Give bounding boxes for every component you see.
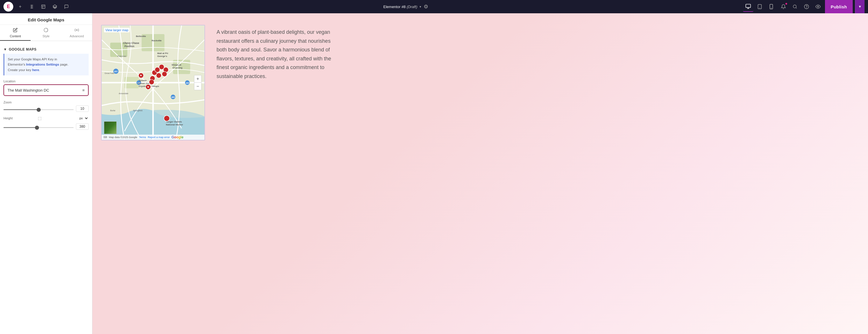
svg-line-18 [796,7,797,8]
view-mode-group [743,1,776,12]
publish-dropdown-button[interactable]: ▼ [855,0,865,13]
tab-style[interactable]: Style [31,25,61,41]
map-report-link[interactable]: Report a map error [148,136,170,139]
sidebar-content: ▼ Google Maps Set your Google Maps API K… [0,41,92,133]
svg-point-60 [156,73,161,78]
svg-point-65 [162,71,167,77]
advanced-tab-label: Advanced [70,34,84,38]
chat-button[interactable] [62,2,71,11]
svg-text:Beltsville: Beltsville [136,35,146,37]
zoom-value-input[interactable] [76,105,89,112]
templates-button[interactable] [39,2,48,11]
api-key-info-box: Set your Google Maps API Key inElementor… [3,54,89,75]
preview-button[interactable] [813,2,823,11]
svg-text:Tanger OutletsNational Harbor: Tanger OutletsNational Harbor [166,120,183,126]
svg-text:⚑: ⚑ [140,74,142,77]
mobile-view-button[interactable] [766,1,776,12]
notifications-button[interactable] [779,2,788,11]
layers-button[interactable] [50,2,60,11]
location-field-wrapper: ≡ [3,84,89,96]
svg-point-66 [149,80,154,85]
svg-text:295: 295 [186,82,189,84]
svg-text:Springfield: Springfield [133,110,143,112]
height-slider-wrapper [3,124,74,129]
map-satellite-thumbnail[interactable] [104,121,117,134]
height-slider-row [3,123,89,130]
map-container: 267 395 495 295 Potomac Great Falls Anna… [101,25,205,141]
svg-text:⚑: ⚑ [147,86,149,89]
height-aspect-icon: ⬚ [38,116,41,120]
height-label: Height [3,116,35,120]
svg-text:Burke: Burke [110,110,116,112]
style-tab-label: Style [42,34,50,38]
svg-text:Potomac: Potomac [117,55,126,58]
search-button[interactable] [790,2,800,11]
notifications-wrapper [779,2,788,11]
svg-text:Shops atCrossing: Shops atCrossing [172,64,182,69]
map-zoom-in-button[interactable]: + [194,75,202,83]
location-list-icon[interactable]: ≡ [80,86,87,94]
zoom-slider-wrapper [3,106,74,111]
svg-text:495: 495 [171,96,175,98]
map-terms-link[interactable]: Terms [139,136,146,139]
zoom-row [3,105,89,112]
main-layout: Edit Google Maps Content Style Advanced [0,13,868,334]
svg-text:Annandale: Annandale [119,92,128,94]
svg-point-17 [793,5,796,8]
content-tab-icon [13,28,18,33]
title-dropdown-chevron[interactable]: ▾ [420,5,421,9]
publish-button[interactable]: Publish [825,0,853,13]
svg-rect-10 [746,4,750,8]
height-section: Height ⬚ px em % vh [3,116,89,130]
height-slider[interactable] [3,127,74,128]
svg-text:Rockville: Rockville [152,39,162,42]
svg-text:267: 267 [114,70,118,73]
canvas-area: 267 395 495 295 Potomac Great Falls Anna… [92,13,868,334]
zoom-label: Zoom [3,100,89,104]
customize-button[interactable] [27,2,36,11]
location-input[interactable] [5,86,80,94]
height-unit-select[interactable]: px em % vh [78,116,89,120]
description-text: A vibrant oasis of plant-based delights,… [217,25,338,81]
document-title: Elementor #8 (Draft) [383,5,417,9]
svg-point-21 [817,6,819,7]
sidebar-title: Edit Google Maps [0,13,92,25]
desktop-view-button[interactable] [743,1,753,12]
document-settings-button[interactable]: ⚙ [424,3,428,10]
keyboard-icon: ⌨ [103,136,107,139]
sidebar: Edit Google Maps Content Style Advanced [0,13,92,334]
sidebar-tabs: Content Style Advanced [0,25,92,41]
map-svg: 267 395 495 295 Potomac Great Falls Anna… [102,25,205,140]
zoom-slider[interactable] [3,109,74,110]
notification-dot [785,3,787,5]
map-zoom-controls: + − [194,75,202,90]
here-link[interactable]: here [32,68,39,72]
google-maps-section-heading[interactable]: ▼ Google Maps [3,44,89,54]
svg-point-23 [76,29,78,31]
map-zoom-out-button[interactable]: − [194,83,202,90]
height-value-input[interactable] [76,123,89,130]
info-period: . [39,68,40,72]
integrations-settings-link[interactable]: Integrations Settings [26,63,59,66]
location-label: Location [3,80,89,83]
svg-rect-6 [41,5,45,8]
tab-content[interactable]: Content [0,25,31,41]
style-tab-icon [43,28,48,33]
topbar: E + Elementor #8 (Draft) ▾ ⚙ [0,0,868,13]
svg-text:Great Falls: Great Falls [104,72,114,74]
help-button[interactable] [802,2,811,11]
add-element-button[interactable]: + [16,2,25,11]
map-footer: ⌨ Map data ©2025 Google Terms Report a m… [102,134,205,140]
map-data-text: Map data ©2025 Google [109,136,137,139]
zoom-section: Zoom [3,100,89,112]
advanced-tab-icon [74,28,79,33]
elementor-logo[interactable]: E [3,2,13,11]
view-larger-map-link[interactable]: View larger map [104,28,130,32]
google-logo: Google [172,135,183,139]
content-tab-label: Content [10,34,21,38]
svg-text:Mall at PriGeorge's: Mall at PriGeorge's [157,52,168,58]
tab-advanced[interactable]: Advanced [62,25,92,41]
tablet-view-button[interactable] [754,1,765,12]
height-row: Height ⬚ px em % vh [3,116,89,120]
section-title: Google Maps [9,48,36,52]
